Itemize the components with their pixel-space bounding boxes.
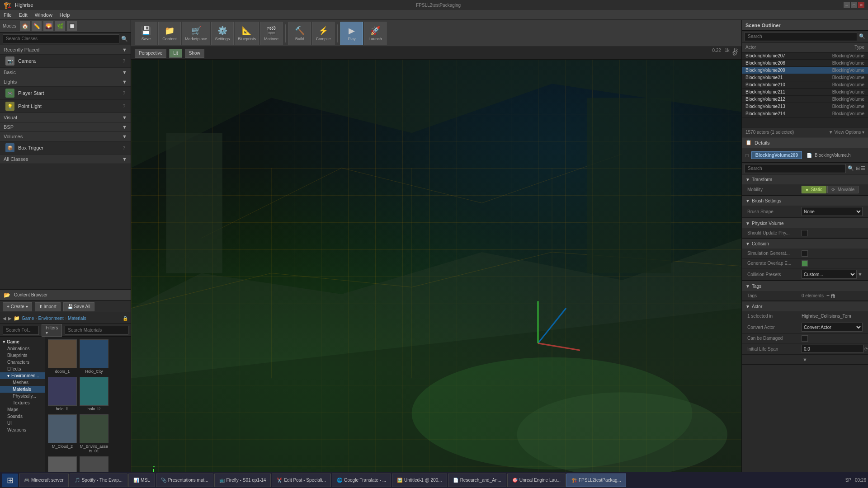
tags-remove-btn[interactable]: 🗑 — [830, 293, 836, 299]
tree-item-physically[interactable]: Physically... — [0, 393, 45, 399]
dp-actor-badge[interactable]: BlockingVolume209 — [751, 151, 802, 159]
tree-item-environment[interactable]: ▾ Environmen... — [0, 372, 45, 379]
tree-item-game[interactable]: ▾ Game — [0, 338, 45, 345]
collision-presets-expand[interactable]: ▼ — [858, 272, 863, 277]
import-btn[interactable]: ⬆ Import — [35, 302, 61, 311]
dp-collision-header[interactable]: ▼ Collision — [742, 239, 868, 249]
lit-btn[interactable]: Lit — [169, 49, 182, 58]
compile-tool-btn[interactable]: ⚡ Compile — [312, 22, 335, 45]
task-fpsll2[interactable]: 🏗️ FPSLL2testPackag... — [566, 474, 626, 487]
launch-tool-btn[interactable]: 🚀 Launch — [364, 22, 387, 45]
section-header-bsp[interactable]: BSP ▼ — [0, 122, 131, 132]
so-item-214[interactable]: BlockingVolume214 BlockingVolume — [742, 110, 868, 117]
so-item-209[interactable]: BlockingVolume209 BlockingVolume — [742, 67, 868, 74]
menu-edit[interactable]: Edit — [19, 12, 28, 18]
physics-update-checkbox[interactable] — [802, 230, 808, 236]
dp-brush-header[interactable]: ▼ Brush Settings — [742, 196, 868, 206]
tree-item-weapons[interactable]: Weapons — [0, 427, 45, 433]
minimize-btn[interactable]: ─ — [844, 2, 850, 8]
dp-list-view-icon[interactable]: ☰ — [861, 165, 865, 171]
marketplace-tool-btn[interactable]: 🛒 Marketplace — [182, 22, 210, 45]
show-btn[interactable]: Show — [185, 49, 204, 58]
so-item-212[interactable]: BlockingVolume212 BlockingVolume — [742, 96, 868, 103]
so-item-208[interactable]: BlockingVolume208 BlockingVolume — [742, 60, 868, 67]
sim-gen-checkbox[interactable] — [802, 250, 808, 257]
tree-item-sounds[interactable]: Sounds — [0, 413, 45, 420]
dp-actor-section-header[interactable]: ▼ Actor — [742, 301, 868, 311]
save-tool-btn[interactable]: 💾 Save — [135, 22, 157, 45]
tree-item-characters[interactable]: Characters — [0, 359, 45, 366]
so-item-211[interactable]: BlockingVolume211 BlockingVolume — [742, 89, 868, 96]
so-item-210[interactable]: BlockingVolume210 BlockingVolume — [742, 81, 868, 89]
settings-tool-btn[interactable]: ⚙️ Settings — [211, 22, 234, 45]
dp-tags-header[interactable]: ▼ Tags — [742, 281, 868, 291]
task-untitled[interactable]: 🖼️ Untitled-1 @ 200... — [392, 474, 447, 487]
so-item-213[interactable]: BlockingVolume213 BlockingVolume — [742, 103, 868, 110]
menu-window[interactable]: Window — [35, 12, 52, 18]
breadcrumb-materials[interactable]: Materials — [68, 316, 86, 321]
search-classes-input[interactable] — [3, 34, 119, 43]
so-search-input[interactable] — [745, 32, 857, 41]
search-folders-input[interactable] — [3, 326, 39, 335]
placement-item-camera[interactable]: 📷 Camera ? — [0, 55, 131, 68]
asset-m-cloud-2[interactable]: M_Cloud_2 — [47, 413, 78, 455]
nav-back-btn[interactable]: ◀ — [3, 316, 6, 321]
gen-overlap-checkbox[interactable] — [802, 260, 808, 267]
content-tool-btn[interactable]: 📁 Content — [158, 22, 181, 45]
so-item-207[interactable]: BlockingVolume207 BlockingVolume — [742, 52, 868, 60]
breadcrumb-game[interactable]: Game — [22, 316, 34, 321]
dp-grid-view-icon[interactable]: ⊞ — [856, 165, 860, 171]
asset-holo-l2[interactable]: holo_l2 — [79, 376, 109, 413]
tree-item-effects[interactable]: Effects — [0, 366, 45, 372]
task-presentations[interactable]: 📎 Presentations mat... — [156, 474, 213, 487]
movable-btn[interactable]: ⟳ Movable — [827, 186, 859, 193]
cb-tab-label[interactable]: Content Browser — [14, 292, 47, 297]
tree-item-ui[interactable]: UI — [0, 420, 45, 427]
mode-btn-place[interactable]: 🏠 — [20, 21, 30, 31]
viewport[interactable]: Perspective Lit Show 0.22 1k 1k ⚙ — [131, 47, 741, 488]
save-all-btn[interactable]: 💾 Save All — [63, 302, 94, 311]
mode-btn-foliage[interactable]: 🌿 — [55, 21, 65, 31]
matinee-tool-btn[interactable]: 🎬 Matinee — [260, 22, 283, 45]
close-btn[interactable]: ✕ — [858, 2, 864, 8]
section-header-volumes[interactable]: Volumes ▼ — [0, 132, 131, 141]
asset-doors-1[interactable]: doors_1 — [47, 338, 78, 375]
asset-holo-l1[interactable]: holo_l1 — [47, 376, 78, 413]
nav-forward-btn[interactable]: ▶ — [8, 316, 12, 321]
perspective-btn[interactable]: Perspective — [135, 49, 166, 58]
blueprints-tool-btn[interactable]: 📐 Blueprints — [235, 22, 259, 45]
mode-btn-geometry[interactable]: 🔲 — [67, 21, 77, 31]
so-item-21[interactable]: BlockingVolume21 BlockingVolume — [742, 74, 868, 81]
life-span-input[interactable] — [802, 345, 863, 353]
placement-item-point-light[interactable]: 💡 Point Light ? — [0, 100, 131, 113]
collision-presets-select[interactable]: Custom... — [802, 270, 857, 279]
dp-search-input[interactable] — [745, 164, 846, 173]
tree-item-meshes[interactable]: Meshes — [0, 379, 45, 386]
tree-item-blueprints[interactable]: Blueprints — [0, 352, 45, 359]
expand-icon[interactable]: ▼ — [802, 357, 807, 362]
task-spotify[interactable]: 🎵 Spotify - The Evap... — [70, 474, 127, 487]
can-be-damaged-checkbox[interactable] — [802, 335, 808, 342]
dp-transform-header[interactable]: ▼ Transform — [742, 174, 868, 184]
build-tool-btn[interactable]: 🔨 Build — [288, 22, 311, 45]
task-edit-post[interactable]: ✂️ Edit Post - Speciali... — [272, 474, 330, 487]
placement-item-box-trigger[interactable]: 📦 Box Trigger ? — [0, 141, 131, 155]
mode-btn-paint[interactable]: ✏️ — [32, 21, 42, 31]
menu-help[interactable]: Help — [60, 12, 70, 18]
task-msl[interactable]: 📊 MSL — [128, 474, 155, 487]
convert-actor-select[interactable]: Convert Actor — [802, 323, 863, 332]
breadcrumb-environment[interactable]: Environment — [38, 316, 64, 321]
task-firefly[interactable]: 📺 Firefly - S01 ep1-14 — [214, 474, 271, 487]
play-tool-btn[interactable]: ▶ Play — [340, 22, 363, 45]
search-materials-input[interactable] — [65, 326, 128, 335]
tags-add-btn[interactable]: + — [826, 293, 830, 299]
view-options-btn-so[interactable]: ▼ View Options ▾ — [829, 130, 864, 135]
dp-physics-header[interactable]: ▼ Physics Volume — [742, 218, 868, 228]
task-research[interactable]: 📄 Research_and_An... — [448, 474, 506, 487]
asset-holo-city[interactable]: Holo_City — [79, 338, 109, 375]
maximize-btn[interactable]: □ — [851, 2, 857, 8]
create-btn[interactable]: + Create ▾ — [3, 302, 32, 311]
mode-btn-landscape[interactable]: 🌄 — [43, 21, 53, 31]
section-header-all-classes[interactable]: All Classes ▼ — [0, 155, 131, 164]
section-header-visual[interactable]: Visual ▼ — [0, 113, 131, 122]
